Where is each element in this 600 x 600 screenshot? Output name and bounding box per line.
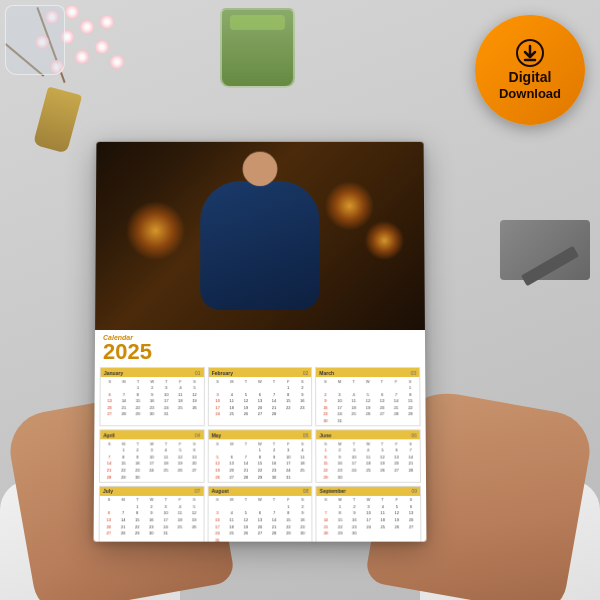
day-cell: 30 <box>296 530 310 537</box>
day-cell: T <box>239 441 253 448</box>
badge-line1: Digital <box>509 69 552 86</box>
day-cell <box>116 503 130 510</box>
day-row: 19202122232425 <box>210 467 309 474</box>
day-cell <box>318 385 332 392</box>
month-number: 04 <box>195 432 201 438</box>
month-block: June06SMTWTFS123456789101112131415161718… <box>316 429 421 482</box>
candle-glow <box>125 201 185 260</box>
day-cell: 17 <box>333 405 347 412</box>
day-cell: 27 <box>102 530 116 537</box>
day-cell: 29 <box>281 530 295 537</box>
day-cell: 5 <box>239 391 253 398</box>
day-cell: 11 <box>159 454 173 461</box>
day-cell: 13 <box>253 398 267 405</box>
day-cell: M <box>224 497 238 504</box>
day-cell: 12 <box>375 454 389 461</box>
day-cell: 27 <box>375 411 389 418</box>
day-cell: 10 <box>347 454 361 461</box>
day-cell: 12 <box>187 391 201 398</box>
day-cell: 17 <box>159 398 173 405</box>
day-cell: 10 <box>159 510 173 517</box>
month-block: September09SMTWTFS1234567891011121314151… <box>316 486 422 542</box>
day-cell: 28 <box>267 411 281 418</box>
day-row: 2930 <box>319 474 418 481</box>
day-cell: 30 <box>130 474 144 481</box>
month-days: SMTWTFS123456789101112131415161718192021… <box>100 377 203 419</box>
day-row: SMTWTFS <box>102 497 201 504</box>
day-cell: 30 <box>144 530 158 537</box>
day-cell: 21 <box>239 467 253 474</box>
day-cell: 3 <box>211 391 225 398</box>
day-cell: 1 <box>281 503 295 510</box>
candle-glow <box>325 181 375 230</box>
day-cell: 26 <box>390 523 404 530</box>
day-cell: 9 <box>318 398 332 405</box>
day-cell: 13 <box>375 398 389 405</box>
day-cell: F <box>173 497 187 504</box>
day-cell: S <box>210 497 224 504</box>
day-cell: 21 <box>102 467 116 474</box>
day-row: SMTWTFS <box>210 441 309 448</box>
day-cell: 29 <box>319 474 333 481</box>
month-block: March03SMTWTFS12345678910111213141516171… <box>315 367 420 426</box>
day-cell: 6 <box>375 391 389 398</box>
month-name: September <box>320 488 346 494</box>
month-days: SMTWTFS123456789101112131415161718192021… <box>317 496 421 538</box>
month-header: June06 <box>317 430 420 439</box>
day-cell: S <box>404 441 418 448</box>
day-cell: 5 <box>187 385 201 392</box>
day-row: 1 <box>318 385 417 392</box>
day-cell: W <box>144 497 158 504</box>
day-row: 10111213141516 <box>211 398 310 405</box>
day-row: 1234 <box>210 447 309 454</box>
day-cell <box>103 385 117 392</box>
day-cell: 10 <box>159 391 173 398</box>
day-cell: M <box>333 497 347 504</box>
day-row: 20212223242526 <box>102 523 201 530</box>
day-cell: 11 <box>295 454 309 461</box>
day-row: 2728293031 <box>102 411 201 418</box>
day-row: 12 <box>211 385 310 392</box>
day-cell: 10 <box>333 398 347 405</box>
day-row: 13141516171819 <box>103 398 202 405</box>
day-cell: 6 <box>253 510 267 517</box>
day-cell: 1 <box>131 385 145 392</box>
day-cell: 21 <box>117 405 131 412</box>
day-row: 9101112131415 <box>318 398 417 405</box>
day-cell: 3 <box>347 447 361 454</box>
day-cell: 21 <box>319 523 333 530</box>
day-cell: 12 <box>239 398 253 405</box>
day-cell: 3 <box>333 391 347 398</box>
day-cell: 3 <box>145 447 159 454</box>
day-row: 1234567 <box>319 447 418 454</box>
day-cell: 31 <box>333 418 347 425</box>
day-cell: 5 <box>210 454 224 461</box>
day-cell <box>225 447 239 454</box>
day-cell: 1 <box>130 503 144 510</box>
day-cell: 23 <box>347 523 361 530</box>
day-row: 123456 <box>319 503 418 510</box>
day-cell: 2 <box>144 503 158 510</box>
day-row: 12345 <box>102 503 201 510</box>
day-cell: 28 <box>102 474 116 481</box>
day-row: 6789101112 <box>103 391 202 398</box>
day-cell: 4 <box>376 503 390 510</box>
day-cell <box>253 385 267 392</box>
day-cell: 23 <box>144 523 158 530</box>
day-row: 21222324252627 <box>319 523 418 530</box>
day-row: 12 <box>210 503 309 510</box>
day-row: 2728293031 <box>102 530 202 537</box>
day-cell: 18 <box>347 405 361 412</box>
month-number: 06 <box>411 432 417 438</box>
day-cell: 10 <box>211 398 225 405</box>
day-cell: 25 <box>347 411 361 418</box>
day-cell: 9 <box>295 391 309 398</box>
day-cell <box>375 385 389 392</box>
month-days: SMTWTFS123456789101112131415161718192021… <box>208 496 312 542</box>
day-row: 282930 <box>102 474 201 481</box>
day-row: 3456789 <box>211 391 310 398</box>
day-cell: 14 <box>116 517 130 524</box>
day-cell: 10 <box>145 454 159 461</box>
day-cell <box>333 385 347 392</box>
day-cell: 7 <box>267 510 281 517</box>
